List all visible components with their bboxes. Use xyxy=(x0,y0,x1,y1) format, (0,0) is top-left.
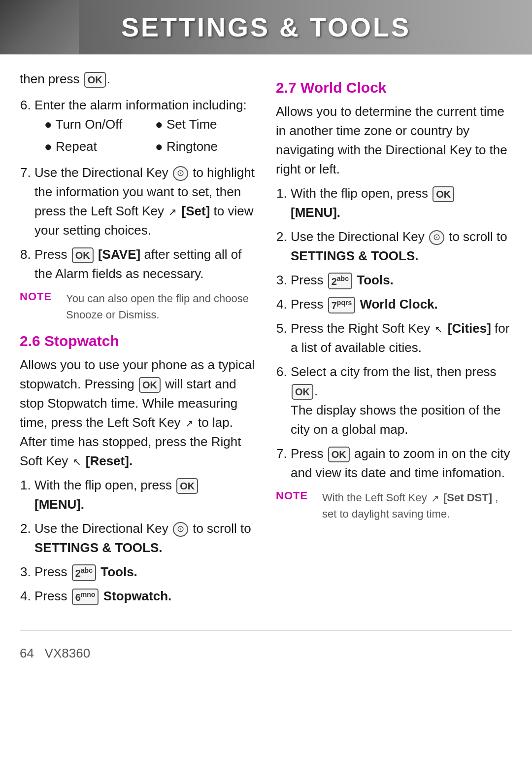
step-8: Press OK [SAVE] after setting all of the… xyxy=(34,245,256,283)
ok-key-wc7: OK xyxy=(328,447,350,462)
wc-step-3: Press 2abc Tools. xyxy=(291,271,512,290)
footer: 64 VX8360 xyxy=(0,636,532,676)
soft-key-right-icon-sw: ↖ xyxy=(73,454,81,469)
intro-line: then press OK. xyxy=(20,70,256,89)
note-block-left: NOTE You can also open the flip and choo… xyxy=(20,290,256,323)
step-7: Use the Directional Key ⊙ to highlight t… xyxy=(34,163,256,240)
ok-key-wc6: OK xyxy=(292,384,313,400)
key-2abc-wc: 2abc xyxy=(328,273,352,289)
wc-step-1: With the flip open, press OK [MENU]. xyxy=(291,184,512,222)
key-2abc-sw: 2abc xyxy=(72,564,96,581)
ok-key-wc1: OK xyxy=(432,186,454,202)
dir-key-wc2: ⊙ xyxy=(429,230,444,244)
bullet-turn-onoff: Turn On/Off xyxy=(44,115,145,134)
bullet-set-time: Set Time xyxy=(155,115,256,134)
section-27-desc: Allows you to determine the current time… xyxy=(276,102,512,179)
ok-key-sw1: OK xyxy=(176,478,198,494)
header-image xyxy=(0,0,79,54)
left-column: then press OK. Enter the alarm informati… xyxy=(20,70,256,611)
sw-step-3: Press 2abc Tools. xyxy=(34,562,256,582)
footer-page-model: 64 VX8360 xyxy=(20,646,90,661)
ok-key-icon-sw: OK xyxy=(139,377,161,393)
right-column: 2.7 World Clock Allows you to determine … xyxy=(276,70,512,611)
dir-key-icon-7: ⊙ xyxy=(173,166,188,180)
ok-key-icon-8: OK xyxy=(72,247,94,263)
page-title: SETTINGS & TOOLS xyxy=(121,12,411,42)
wc-step-5: Press the Right Soft Key ↖ [Cities] for … xyxy=(291,319,512,357)
soft-key-left-icon-note: ↗ xyxy=(431,491,439,506)
wc-step-2: Use the Directional Key ⊙ to scroll to S… xyxy=(291,227,512,266)
bullet-ringtone: Ringtone xyxy=(155,137,256,156)
worldclock-steps-list: With the flip open, press OK [MENU]. Use… xyxy=(291,184,512,483)
stopwatch-steps-list: With the flip open, press OK [MENU]. Use… xyxy=(34,476,256,606)
main-content: then press OK. Enter the alarm informati… xyxy=(0,55,532,630)
note-block-right: NOTE With the Left Soft Key ↗ [Set DST] … xyxy=(276,489,512,522)
soft-key-left-icon: ↗ xyxy=(168,205,177,219)
key-6mno-sw: 6mno xyxy=(72,589,99,605)
steps-list-left: Enter the alarm information including: T… xyxy=(34,96,256,283)
sw-step-1: With the flip open, press OK [MENU]. xyxy=(34,476,256,514)
bottom-divider xyxy=(20,630,512,631)
section-26-desc: Allows you to use your phone as a typica… xyxy=(20,355,256,471)
dir-key-sw2: ⊙ xyxy=(173,522,188,536)
wc-step-7: Press OK again to zoom in on the city an… xyxy=(291,444,512,483)
soft-key-right-icon-wc5: ↖ xyxy=(434,322,443,337)
alarm-options: Turn On/Off Set Time Repeat Ringtone xyxy=(44,115,256,156)
wc-step-4: Press 7pqrs World Clock. xyxy=(291,295,512,314)
soft-key-left-icon-sw: ↗ xyxy=(185,416,194,431)
bullet-repeat: Repeat xyxy=(44,137,145,156)
key-7pqrs-wc: 7pqrs xyxy=(328,297,355,313)
step-6: Enter the alarm information including: T… xyxy=(34,96,256,156)
sw-step-4: Press 6mno Stopwatch. xyxy=(34,587,256,606)
sw-step-2: Use the Directional Key ⊙ to scroll to S… xyxy=(34,519,256,557)
section-27-header: 2.7 World Clock xyxy=(276,79,512,96)
page-header: SETTINGS & TOOLS xyxy=(0,0,532,54)
section-26-header: 2.6 Stopwatch xyxy=(20,333,256,349)
ok-key-icon: OK xyxy=(84,72,106,88)
wc-step-6: Select a city from the list, then press … xyxy=(291,362,512,439)
